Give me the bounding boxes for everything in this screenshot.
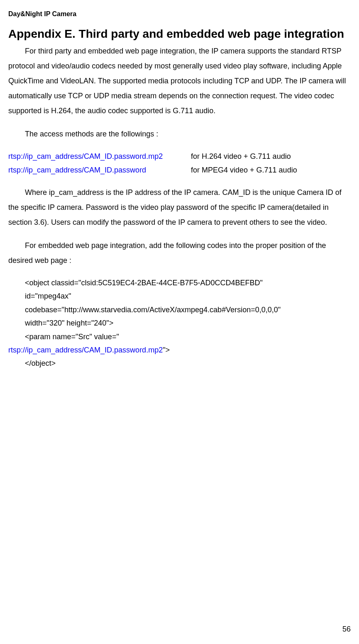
code-line-link: rtsp://ip_cam_address/CAM_ID.password.mp… bbox=[8, 343, 351, 357]
paragraph-embedded: For embedded web page integration, add t… bbox=[8, 238, 351, 268]
rtsp-url-1[interactable]: rtsp://ip_cam_address/CAM_ID.password.mp… bbox=[8, 150, 191, 163]
appendix-heading: Appendix E. Third party and embedded web… bbox=[8, 27, 351, 41]
document-header: Day&Night IP Camera bbox=[8, 8, 351, 20]
rtsp-desc-1: for H.264 video + G.711 audio bbox=[191, 150, 291, 163]
code-line-4: width="320" height="240"> bbox=[25, 316, 351, 330]
rtsp-row-2: rtsp://ip_cam_address/CAM_ID.password fo… bbox=[8, 163, 351, 177]
paragraph-where: Where ip_cam_address is the IP address o… bbox=[8, 185, 351, 230]
rtsp-url-2[interactable]: rtsp://ip_cam_address/CAM_ID.password bbox=[8, 163, 191, 177]
rtsp-desc-2: for MPEG4 video + G.711 audio bbox=[191, 163, 297, 177]
code-block: <object classid="clsid:5C519EC4-2BAE-44C… bbox=[25, 276, 351, 343]
code-line-1: <object classid="clsid:5C519EC4-2BAE-44C… bbox=[25, 276, 351, 289]
rtsp-row-1: rtsp://ip_cam_address/CAM_ID.password.mp… bbox=[8, 150, 351, 163]
code-close-line: </object> bbox=[25, 357, 351, 370]
code-line-5: <param name="Src" value=" bbox=[25, 330, 351, 343]
rtsp-code-link[interactable]: rtsp://ip_cam_address/CAM_ID.password.mp… bbox=[8, 346, 163, 354]
paragraph-intro: For third party and embedded web page in… bbox=[8, 44, 351, 118]
code-line-2: id="mpeg4ax" bbox=[25, 289, 351, 303]
code-link-suffix: "> bbox=[163, 346, 170, 354]
code-line-3: codebase="http://www.starvedia.com/Activ… bbox=[25, 303, 351, 316]
paragraph-access-methods: The access methods are the followings : bbox=[8, 126, 351, 141]
